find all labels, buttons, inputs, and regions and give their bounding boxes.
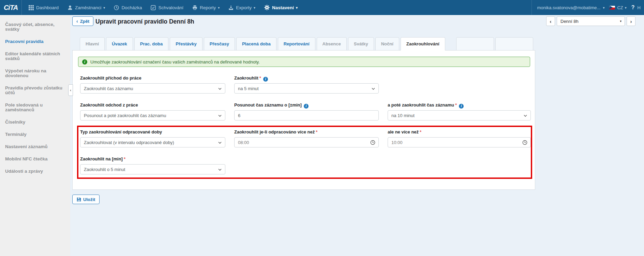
tab-unlabeled-2[interactable] <box>495 37 533 51</box>
sidebar-item-nastaveni-zaznamu[interactable]: Nastavení záznamů <box>0 141 70 153</box>
zaokrouhlit-odchod-select[interactable]: Posunout a poté zaokrouhlit čas záznamu <box>80 110 225 120</box>
tab-nocni[interactable]: Noční <box>375 37 399 51</box>
sidebar-item-casovy-ucet[interactable]: Časový účet, absence, svátky <box>0 18 70 35</box>
nav-item-zamestnanci[interactable]: Zaměstnanci ▾ <box>68 5 105 10</box>
form-row-4: Zaokrouhlit na [min]* Zaokrouhlit o 5 mi… <box>80 156 531 174</box>
chevron-down-icon <box>218 142 222 144</box>
field-zaokrouhlit-na-min: Zaokrouhlit na [min]* Zaokrouhlit o 5 mi… <box>80 156 225 174</box>
main-content: ‹ Zpět Upravit pracovní pravidlo Denní 8… <box>70 15 644 256</box>
field-zaokrouhlit-odchod: Zaokrouhlit odchod z práce Posunout a po… <box>80 102 225 120</box>
tab-absence[interactable]: Absence <box>317 37 347 51</box>
field-label: a poté zaokrouhlit čas záznamu <box>388 102 454 108</box>
time-input[interactable] <box>391 138 513 147</box>
grid-icon <box>29 5 34 10</box>
tab-zaokrouhlovani[interactable]: Zaokrouhlování <box>401 37 445 51</box>
zaokrouhlit-select[interactable]: na 5 minut <box>234 83 379 94</box>
field-zaokrouhlit: Zaokrouhlit*i na 5 minut <box>234 75 379 94</box>
field-label: Zaokrouhlit je-li odpracováno více než <box>234 129 315 134</box>
typ-zaokrouhlovani-select[interactable]: Zaokrouhlovat (v intervalu odpracované d… <box>80 137 225 147</box>
nav-label: Exporty <box>236 5 252 10</box>
tab-prac-doba[interactable]: Prac. doba <box>134 37 168 51</box>
zaokrouhlit-na-min-select[interactable]: Zaokrouhlit o 5 minut <box>80 164 225 174</box>
tab-uvazek[interactable]: Úvazek <box>106 37 133 51</box>
tab-prestavky[interactable]: Přestávky <box>170 37 202 51</box>
app-logo[interactable]: CiTA <box>0 0 22 15</box>
required-mark: * <box>455 102 457 108</box>
time-input[interactable] <box>238 138 361 147</box>
chevron-right-icon: › <box>630 18 632 24</box>
nav-item-dashboard[interactable]: Dashboard <box>29 5 59 10</box>
info-banner: i Umožňuje zaokrouhlování označení času … <box>78 57 530 67</box>
nav-item-schvalovani[interactable]: Schvalování <box>151 5 183 10</box>
tab-reportovani[interactable]: Reportování <box>278 37 315 51</box>
save-button[interactable]: Uložit <box>72 195 100 204</box>
sidebar-item-mobilni-nfc[interactable]: Mobilní NFC čtečka <box>0 153 70 165</box>
user-email: monika.svatonova@mobatime... <box>537 5 601 10</box>
ale-ne-vice-nez-time[interactable] <box>388 137 531 147</box>
sidebar-item-ciselniky[interactable]: Číselníky <box>0 116 70 128</box>
nav-label: Nastavení <box>272 5 294 10</box>
odpracovano-vice-nez-time[interactable] <box>234 137 379 147</box>
nav-item-dochazka[interactable]: Docházka <box>114 5 142 10</box>
nav-item-reporty[interactable]: Reporty ▾ <box>192 5 220 10</box>
user-menu[interactable]: monika.svatonova@mobatime... ▾ <box>537 5 605 10</box>
sidebar-item-editor-kalendare[interactable]: Editor kalendáře státních svátků <box>0 48 70 65</box>
posunout-cas-input[interactable] <box>234 110 379 120</box>
info-icon[interactable]: i <box>459 104 464 109</box>
field-zaokrouhlit-prichod: Zaokrouhlit příchod do práce Zaokrouhlit… <box>80 75 225 94</box>
help-menu[interactable]: ? H <box>631 4 641 11</box>
top-navbar: CiTA Dashboard Zaměstnanci ▾ Docházka Sc… <box>0 0 644 15</box>
chevron-down-icon: ▾ <box>218 6 220 10</box>
save-label: Uložit <box>83 197 95 202</box>
tab-svatky[interactable]: Svátky <box>348 37 374 51</box>
back-label: Zpět <box>80 19 89 24</box>
next-rule-button[interactable]: › <box>627 16 635 26</box>
tab-unlabeled-1[interactable] <box>456 37 494 51</box>
check-square-icon <box>151 5 156 10</box>
form-row-3: Typ zaokrouhlování odpracované doby Zaok… <box>80 129 531 147</box>
sidebar-item-udalosti-zpravy[interactable]: Události a zprávy <box>0 165 70 177</box>
chevron-down-icon <box>218 115 222 117</box>
zaokrouhlit-prichod-select[interactable]: Zaokrouhlit čas záznamu <box>80 83 225 94</box>
sidebar-collapse-handle[interactable]: ‹ <box>68 84 73 96</box>
tab-panel-zaokrouhlovani: i Umožňuje zaokrouhlování označení času … <box>72 50 535 190</box>
sidebar-item-pracovni-pravidla[interactable]: Pracovní pravidla <box>0 35 70 48</box>
info-icon[interactable]: i <box>304 104 309 109</box>
required-mark: * <box>316 129 317 134</box>
sidebar-item-terminaly[interactable]: Terminály <box>0 128 70 141</box>
prev-rule-button[interactable]: ‹ <box>546 16 555 26</box>
nav-item-nastaveni[interactable]: Nastavení ▾ <box>264 5 298 10</box>
czech-flag-icon <box>609 6 615 10</box>
chevron-down-icon <box>218 88 222 90</box>
form-row-1: Zaokrouhlit příchod do práce Zaokrouhlit… <box>80 75 531 94</box>
chevron-down-icon <box>218 169 222 171</box>
chevron-down-icon: ▾ <box>103 6 105 10</box>
back-button[interactable]: ‹ Zpět <box>72 16 93 26</box>
chevron-left-icon: ‹ <box>550 18 552 24</box>
sidebar-item-vypocet-naroku[interactable]: Výpočet nároku na dovolenou <box>0 65 70 82</box>
export-icon <box>228 5 234 10</box>
nav-label: Schvalování <box>158 5 183 10</box>
pote-zaokrouhlit-select[interactable]: na 10 minut <box>388 110 531 120</box>
rule-tabs: Hlavní Úvazek Prac. doba Přestávky Přesč… <box>72 37 644 51</box>
select-value: Zaokrouhlit čas záznamu <box>84 86 133 91</box>
tab-hlavni[interactable]: Hlavní <box>80 37 105 51</box>
select-value: Posunout a poté zaokrouhlit čas záznamu <box>84 113 166 118</box>
form-row-2: Zaokrouhlit odchod z práce Posunout a po… <box>80 102 531 120</box>
nav-item-exporty[interactable]: Exporty ▾ <box>228 5 255 10</box>
tab-prescasy[interactable]: Přesčasy <box>204 37 235 51</box>
sidebar-item-pravidla-prevodu[interactable]: Pravidla převodu zůstatku účtů <box>0 82 70 99</box>
save-icon <box>77 197 81 202</box>
select-value: na 10 minut <box>391 113 415 118</box>
tab-placena-doba[interactable]: Placená doba <box>236 37 276 51</box>
caret-down-icon: ▾ <box>620 19 621 23</box>
chevron-down-icon <box>372 88 375 90</box>
chevron-down-icon: ▾ <box>603 6 604 10</box>
sidebar-item-pole-sledovana[interactable]: Pole sledovaná u zaměstnanců <box>0 99 70 116</box>
language-menu[interactable]: CZ ▾ <box>609 5 626 10</box>
field-label: Typ zaokrouhlování odpracované doby <box>80 129 162 134</box>
chevron-down-icon: ▾ <box>296 6 298 10</box>
question-mark-icon: ? <box>631 4 635 11</box>
info-icon[interactable]: i <box>263 77 268 82</box>
rule-select[interactable]: Denní 8h ▾ <box>557 16 625 26</box>
